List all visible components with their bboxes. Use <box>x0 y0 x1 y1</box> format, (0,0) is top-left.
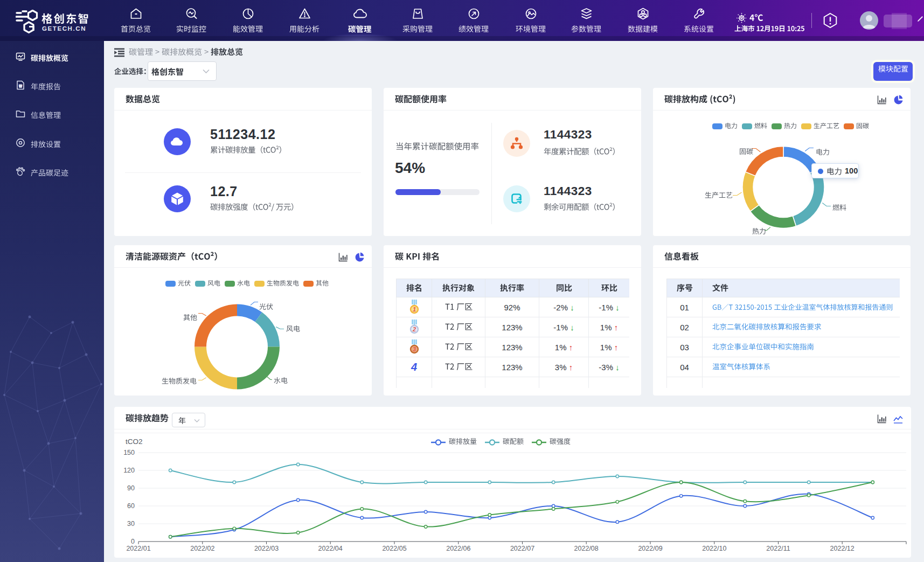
svg-text:1: 1 <box>412 306 415 313</box>
svg-text:W: W <box>19 85 22 88</box>
svg-text:120: 120 <box>123 467 135 474</box>
svg-text:2022/03: 2022/03 <box>254 545 279 552</box>
svg-text:2022/10: 2022/10 <box>702 545 726 552</box>
svg-text:2022/06: 2022/06 <box>446 545 470 552</box>
svg-text:2022/02: 2022/02 <box>190 545 214 552</box>
svg-text:2022/01: 2022/01 <box>126 545 150 552</box>
svg-text:150: 150 <box>123 449 135 456</box>
svg-text:30: 30 <box>127 520 135 528</box>
svg-text:2022/11: 2022/11 <box>766 545 790 552</box>
svg-text:2022/08: 2022/08 <box>574 545 599 552</box>
svg-text:2022/05: 2022/05 <box>382 545 406 552</box>
svg-text:0: 0 <box>131 538 135 545</box>
svg-text:2: 2 <box>412 326 415 332</box>
svg-text:60: 60 <box>127 502 135 510</box>
svg-text:2022/07: 2022/07 <box>510 545 534 552</box>
svg-text:2022/12: 2022/12 <box>830 545 854 552</box>
svg-text:2022/04: 2022/04 <box>318 545 343 552</box>
svg-text:2022/09: 2022/09 <box>638 545 662 552</box>
svg-text:3: 3 <box>412 346 415 352</box>
svg-text:90: 90 <box>127 484 135 492</box>
